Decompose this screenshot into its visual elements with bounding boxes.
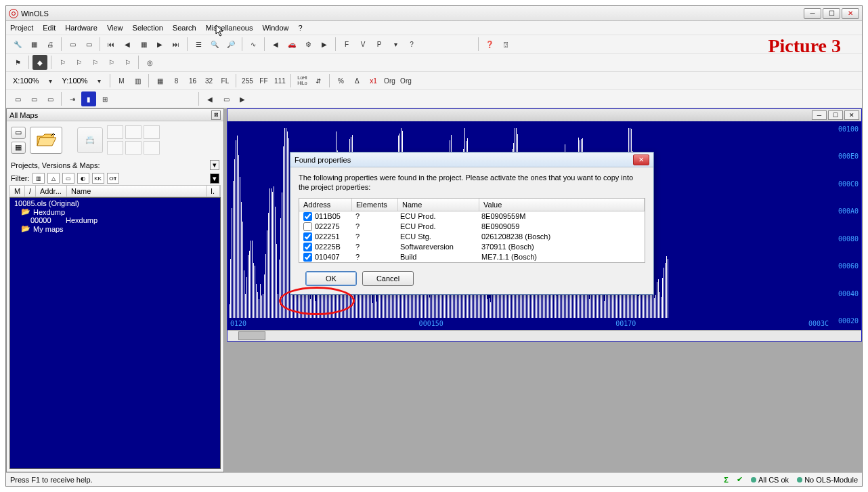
allmaps-small1-icon[interactable]: ▭ [11,127,26,139]
tool-m-icon[interactable]: M [114,73,129,88]
tool-255-icon[interactable]: 255 [240,73,255,88]
y-zoom-dropdown-icon[interactable]: ▾ [91,73,106,88]
tool-fl-icon[interactable]: FL [217,73,232,88]
hex-max-button[interactable]: ☐ [828,110,843,120]
tool-org2-icon[interactable]: Org [398,73,413,88]
tree-hexdump-folder[interactable]: 📂 Hexdump [12,207,219,216]
hex-scrollbar[interactable] [227,330,861,341]
dlg-col-name[interactable]: Name [398,199,479,211]
tool-row4-3-icon[interactable]: ▭ [43,91,58,106]
tool-percent-icon[interactable]: % [333,73,348,88]
row-checkbox[interactable] [303,232,312,241]
allmaps-sb3-icon[interactable] [144,125,160,139]
scrollbar-thumb[interactable] [238,331,265,340]
dialog-titlebar[interactable]: Found properties ✕ [290,152,653,167]
tool-prev-icon[interactable]: ◀ [268,37,283,52]
filter-btn5[interactable]: KK [92,173,104,184]
tree-col-i[interactable]: I. [207,186,220,197]
menu-miscellaneous[interactable]: Miscellaneous [206,24,253,32]
tree-view[interactable]: 10085.ols (Original) 📂 Hexdump 00000 Hex… [9,197,221,469]
tool-rewind-icon[interactable]: ⏮ [104,37,118,52]
tool-fwd-icon[interactable]: ⏭ [169,37,183,52]
tool-wrench-icon[interactable]: 🔧 [10,37,25,52]
tree-col-addr[interactable]: Addr... [36,186,67,197]
tool-111-icon[interactable]: 111 [272,73,287,88]
tool-dropdown-icon[interactable]: ▾ [388,37,403,52]
dialog-close-button[interactable]: ✕ [633,155,649,165]
tree-mymaps-folder[interactable]: 📂 My maps [12,224,219,233]
row-checkbox[interactable] [303,212,312,221]
ok-button[interactable]: OK [305,271,357,286]
tool-row4-2-icon[interactable]: ▭ [26,91,41,106]
tool-grid2-icon[interactable]: ▦ [152,73,167,88]
tool-updown-icon[interactable]: ⇵ [311,73,326,88]
filter-off-button[interactable]: Off [107,173,119,184]
tool-engine-icon[interactable]: ⚙ [301,37,316,52]
tool-32-icon[interactable]: 32 [201,73,216,88]
minimize-button[interactable]: ─ [804,8,821,19]
tool-question-icon[interactable]: ? [404,37,419,52]
tool-row4-prev-icon[interactable]: ◀ [202,91,217,106]
close-button[interactable]: ✕ [842,8,859,19]
tool-tag-icon[interactable]: ◆ [32,55,47,70]
tree-col-slash[interactable]: / [25,186,36,197]
tree-root[interactable]: 10085.ols (Original) [12,199,219,207]
filter-btn3[interactable]: ▭ [62,173,74,184]
tool-flag3-icon[interactable]: ⚐ [87,55,102,70]
tool-flag1-icon[interactable]: ⚐ [55,55,70,70]
allmaps-card-icon[interactable]: 📇 [77,127,103,153]
tool-row4-box-icon[interactable]: ▭ [219,91,234,106]
tool-flag4-icon[interactable]: ⚐ [104,55,118,70]
allmaps-sb1-icon[interactable] [107,125,123,139]
menu-project[interactable]: Project [10,24,33,32]
menu-edit[interactable]: Edit [43,24,56,32]
tree-col-m[interactable]: M [10,186,25,197]
allmaps-small2-icon[interactable]: ▦ [11,142,26,154]
tool-help-icon[interactable]: ❓ [482,37,497,52]
dialog-row[interactable]: 010407?BuildME7.1.1 (Bosch) [299,252,645,262]
allmaps-sb4-icon[interactable] [107,141,123,155]
tool-list-icon[interactable]: ☰ [191,37,206,52]
tool-delta-icon[interactable]: Δ [349,73,364,88]
row-checkbox[interactable] [303,243,312,251]
dlg-col-elements[interactable]: Elements [352,199,398,211]
dlg-col-address[interactable]: Address [299,199,352,211]
tool-window2-icon[interactable]: ▭ [81,37,96,52]
tool-x1-icon[interactable]: x1 [366,73,381,88]
tool-back-icon[interactable]: ◀ [120,37,135,52]
tool-flag5-icon[interactable]: ⚐ [120,55,135,70]
tool-bars-icon[interactable]: ▥ [130,73,145,88]
menu-selection[interactable]: Selection [133,24,163,32]
dialog-row[interactable]: 02225B?Softwareversion370911 (Bosch) [299,242,645,252]
row-checkbox[interactable] [303,222,312,231]
tool-connect-icon[interactable]: ∿ [246,37,261,52]
filter-btn1[interactable]: ▥ [32,173,45,184]
tool-row4-next-icon[interactable]: ▶ [235,91,250,106]
tool-v-icon[interactable]: V [355,37,370,52]
menu-help[interactable]: ? [299,24,303,32]
tree-col-name[interactable]: Name [67,186,207,197]
menu-window[interactable]: Window [262,24,288,32]
tool-ff-icon[interactable]: FF [256,73,271,88]
dialog-row[interactable]: 011B05?ECU Prod.8E0909559M [299,211,645,222]
tool-row4-4-icon[interactable]: ⇥ [65,91,80,106]
tool-p-icon[interactable]: P [372,37,387,52]
maximize-button[interactable]: ☐ [823,8,840,19]
filter-btn2[interactable]: △ [47,173,60,184]
menu-view[interactable]: View [107,24,123,32]
allmaps-sb2-icon[interactable] [125,125,142,139]
tree-hexdump-item[interactable]: 00000 Hexdump [12,216,219,224]
allmaps-sb5-icon[interactable] [125,141,142,155]
tool-target-icon[interactable]: ◎ [142,55,157,70]
tool-row4-1-icon[interactable]: ▭ [10,91,25,106]
tool-search-icon[interactable]: 🔍 [207,37,222,52]
hex-close-button[interactable]: ✕ [844,110,859,120]
tool-next-icon[interactable]: ▶ [317,37,332,52]
tool-org-icon[interactable]: Org [382,73,397,88]
filter-btn4[interactable]: ◐ [77,173,89,184]
tool-chip-icon[interactable]: ▦ [26,37,41,52]
tool-flag-icon[interactable]: ⚑ [10,55,25,70]
tool-car-icon[interactable]: 🚗 [284,37,299,52]
menu-search[interactable]: Search [173,24,196,32]
tool-play-icon[interactable]: ▶ [152,37,167,52]
